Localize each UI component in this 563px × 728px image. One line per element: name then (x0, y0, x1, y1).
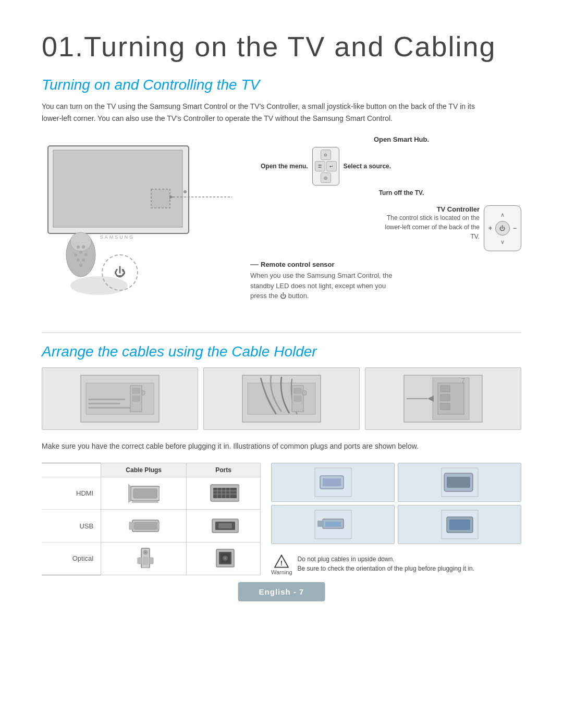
tv-diagram: SAMSUNG (42, 134, 521, 312)
cable-img-svg-2 (240, 373, 323, 425)
svg-marker-44 (128, 484, 131, 503)
warning-icon: ! Warning (271, 554, 292, 575)
warning-line-1: Do not plug cables in upside down. (298, 556, 395, 563)
svg-rect-66 (138, 558, 142, 564)
open-menu-row: Open the menu. ⊙ ☰ ↩ ◎ Select a source. (261, 147, 521, 186)
svg-rect-85 (449, 520, 470, 530)
section1-body: You can turn on the TV using the Samsung… (42, 101, 490, 124)
warning-label: Warning (271, 569, 292, 575)
cable-photo-usb-port (398, 505, 521, 544)
svg-text:7: 7 (461, 377, 465, 385)
hdmi-plug-cell (101, 477, 187, 510)
open-smart-hub-label: Open Smart Hub. (374, 135, 429, 143)
section2-heading: Arrange the cables using the Cable Holde… (42, 343, 521, 360)
tv-controller-joystick-illus: ∧ + ⏻ − ∨ (484, 205, 521, 251)
svg-point-9 (77, 245, 80, 249)
usb-port-cell (187, 510, 261, 542)
dotted-line-svg (169, 192, 232, 202)
pad-middle-row: ☰ ↩ (315, 161, 337, 171)
cable-images-row: 7 (42, 367, 521, 430)
svg-rect-65 (143, 557, 148, 565)
svg-point-11 (79, 251, 82, 254)
svg-rect-48 (213, 488, 237, 498)
pad-btn-power: ◎ (321, 172, 331, 183)
cable-image-2 (203, 367, 360, 430)
svg-rect-1 (53, 150, 182, 227)
svg-point-12 (74, 253, 77, 256)
remote-sensor-label-row: Remote control sensor (250, 261, 521, 268)
svg-rect-32 (302, 391, 307, 395)
cable-photos-grid (271, 463, 521, 544)
svg-rect-23 (89, 407, 130, 409)
joy-center-btn: ⏻ (495, 221, 510, 236)
power-symbol-icon: ⏻ (114, 266, 126, 279)
cable-photo-hdmi-plug (271, 463, 395, 502)
section2-body: Make sure you have the correct cable bef… (42, 440, 490, 452)
svg-point-14 (77, 258, 80, 262)
usb-port-photo-svg (439, 508, 481, 541)
svg-point-64 (144, 552, 146, 553)
svg-rect-75 (323, 478, 341, 486)
optical-plug-cell (101, 542, 187, 575)
remote-sensor-label: Remote control sensor (261, 261, 335, 268)
turn-off-label: Turn off the TV. (379, 189, 424, 196)
svg-rect-25 (132, 388, 140, 393)
svg-rect-78 (447, 477, 470, 488)
cable-img-svg-1 (78, 373, 162, 425)
optical-label: Optical (42, 542, 101, 575)
svg-point-10 (82, 245, 85, 249)
svg-marker-6 (169, 195, 174, 199)
power-circle: ⏻ (102, 254, 138, 291)
svg-rect-67 (149, 558, 153, 564)
warning-triangle-svg: ! (272, 554, 291, 568)
col-ports-header: Ports (187, 463, 261, 477)
usb-label: USB (42, 510, 101, 542)
joy-up-icon: ∧ (496, 210, 509, 219)
svg-point-15 (82, 258, 85, 262)
svg-rect-56 (134, 522, 156, 529)
svg-rect-21 (89, 399, 125, 400)
remote-sensor-desc: When you use the Samsung Smart Control, … (250, 270, 396, 301)
joy-right-icon: − (513, 225, 517, 232)
hdmi-photo-svg (312, 465, 354, 499)
remote-sensor-annotation: Remote control sensor When you use the S… (250, 261, 521, 301)
table-row: USB (42, 510, 261, 542)
cable-type-table: Cable Plugs Ports HDMI (42, 463, 261, 575)
usb-plug-cell (101, 510, 187, 542)
svg-point-13 (84, 253, 88, 256)
tv-controller-title: TV Controller (250, 205, 480, 213)
optical-port-cell (187, 542, 261, 575)
usb-photo-svg (312, 508, 354, 541)
warning-block: ! Warning Do not plug cables in upside d… (271, 552, 521, 575)
svg-rect-82 (325, 522, 341, 527)
tv-illustration: SAMSUNG (42, 134, 240, 301)
section-divider (42, 332, 521, 333)
cable-photo-hdmi-port (398, 463, 521, 502)
svg-rect-31 (294, 396, 301, 401)
tv-controller-desc: The control stick is located on the lowe… (375, 213, 480, 241)
hdmi-port-photo-svg (439, 465, 481, 499)
joy-left-icon: + (488, 225, 492, 232)
pad-btn-home: ⊙ (321, 150, 331, 160)
pad-btn-menu: ☰ (315, 161, 325, 171)
remote-sensor-text: When you use the Samsung Smart Control, … (250, 272, 392, 300)
hdmi-port-cell (187, 477, 261, 510)
svg-rect-38 (440, 403, 450, 410)
hdmi-plug-svg (128, 482, 160, 503)
svg-rect-37 (440, 394, 450, 401)
svg-rect-58 (157, 522, 160, 529)
svg-rect-26 (132, 396, 140, 401)
warning-line-2: Be sure to check the orientation of the … (298, 565, 475, 572)
hdmi-port-svg (208, 482, 239, 503)
joy-down-icon: ∨ (496, 237, 509, 246)
pad-btn-source: ↩ (326, 161, 337, 171)
controller-pad-illus: ⊙ ☰ ↩ ◎ (312, 147, 339, 186)
hdmi-label: HDMI (42, 477, 101, 510)
warning-text: Do not plug cables in upside down. Be su… (298, 554, 475, 573)
svg-point-8 (70, 232, 91, 251)
cable-photo-usb-plug (271, 505, 395, 544)
remote-sensor-suffix: button. (288, 292, 309, 300)
usb-plug-svg (128, 515, 160, 536)
svg-rect-61 (218, 523, 232, 528)
joy-middle-row: + ⏻ − (488, 221, 517, 236)
